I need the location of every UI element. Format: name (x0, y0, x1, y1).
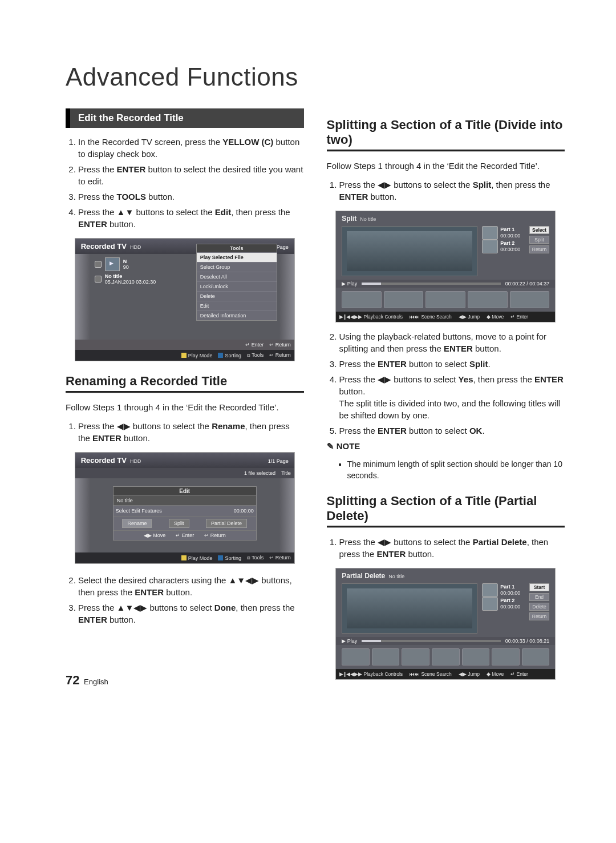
ui-title: Partial Delete (342, 572, 385, 580)
rename-steps-cont: Select the desired characters using the … (66, 574, 304, 626)
partial-steps: Press the ◀▶ buttons to select the Parti… (327, 536, 565, 560)
step: Press the ENTER button to select OK. (339, 425, 565, 437)
ui-title: Split (342, 215, 356, 223)
footer-hint: ◀▶ Jump (459, 671, 480, 677)
edit-button-split: Split (169, 519, 189, 528)
scene-thumb (492, 648, 520, 665)
edit-modal-time: 00:00:00 (234, 508, 254, 514)
part-label: Part 2 (500, 598, 514, 603)
step: In the Recorded TV screen, press the YEL… (78, 136, 304, 160)
part-thumb-icon (482, 226, 498, 240)
section-heading-split: Splitting a Section of a Title (Divide i… (327, 118, 565, 147)
tools-menu-item: Select Group (197, 262, 277, 272)
part-label: Part 1 (500, 584, 514, 590)
scene-thumb (462, 648, 490, 665)
list-item-sub: 90 (123, 264, 129, 270)
tabbar-label: Title (281, 470, 291, 476)
footer-hint: ⧈ Tools (247, 555, 264, 561)
step: Press the ENTER button to select the des… (78, 163, 304, 187)
page-number: 72 (66, 673, 79, 687)
page-title: Advanced Functions (66, 63, 565, 91)
step: Press the ▲▼◀▶ buttons to select Done, t… (78, 602, 304, 626)
edit-modal-subtitle: Select Edit Features (116, 508, 162, 514)
tools-menu-item: Deselect All (197, 272, 277, 281)
ui-side-shadow (75, 478, 90, 552)
menu-footer-hint: ↩ Return (269, 342, 291, 348)
footer-hint: ⏮⏭ Scene Search (410, 671, 452, 677)
edit-modal-hint: ◀▶ Move (144, 533, 166, 538)
step: Press the ◀▶ buttons to select the Split… (339, 179, 565, 203)
step: Press the ▲▼ buttons to select the Edit,… (78, 206, 304, 230)
tools-menu-item: Play Selected File (197, 252, 277, 262)
section-heading-partial: Splitting a Section of a Title (Partial … (327, 494, 565, 523)
footer-hint: ▶‖◀◀▶▶ Playback Controls (339, 314, 403, 320)
tools-menu-item: Detailed Information (197, 310, 277, 320)
list-item-sub: 05.JAN.2010 03:02:30 (105, 279, 156, 285)
footer-hint: ▶‖◀◀▶▶ Playback Controls (339, 671, 403, 677)
checkbox-icon (95, 261, 102, 268)
split-steps-cont: Using the playback-related buttons, move… (327, 330, 565, 437)
edit-modal-hint: ↵ Enter (176, 533, 194, 538)
step: Press the TOOLS button. (78, 191, 304, 203)
timeline (362, 283, 501, 285)
part-time: 00:00:00 (500, 590, 520, 596)
tools-menu-item: Delete (197, 291, 277, 301)
scene-thumb (342, 648, 370, 665)
footer-hint: ↩ Return (269, 352, 291, 358)
screenshot-split: SplitNo title Part 100:00:00 Part 200:00… (335, 211, 556, 322)
step: Press the ENTER button to select Split. (339, 358, 565, 370)
left-column: Edit the Recorded Title In the Recorded … (66, 105, 304, 688)
part-time: 00:00:00 (500, 247, 520, 252)
screenshot-tools-menu: Recorded TV HDD 1/1 Page N90 (75, 238, 295, 361)
ui-side-shadow (279, 254, 294, 340)
ui-subtitle: No title (360, 216, 376, 222)
part-thumb-icon (482, 597, 498, 611)
page-footer: 72 English (66, 673, 108, 688)
pd-return-button: Return (529, 612, 550, 620)
part-thumb-icon (482, 240, 498, 253)
split-intro: Follow Steps 1 through 4 in the ‘Edit th… (327, 160, 565, 172)
scene-thumb (522, 648, 550, 665)
scene-thumb (468, 291, 508, 308)
ui-subtitle: HDD (130, 458, 141, 464)
pd-start-button: Start (529, 583, 550, 591)
scene-thumb (372, 648, 400, 665)
part-time: 00:00:00 (500, 233, 520, 239)
footer-hint: ↵ Enter (510, 314, 528, 320)
list-item-title: N (123, 259, 127, 264)
footer-hint: ↵ Enter (510, 671, 528, 677)
step: Press the ◀▶ buttons to select Yes, then… (339, 373, 565, 421)
tools-menu-item: Edit (197, 301, 277, 310)
divider (327, 150, 565, 152)
note-list: The minimum length of split section shou… (327, 459, 565, 481)
scene-thumb (402, 648, 429, 665)
pd-end-button: End (529, 593, 550, 601)
video-thumb-icon (105, 257, 120, 271)
edit-modal-hint: ↩ Return (204, 533, 226, 538)
video-preview (342, 226, 477, 276)
step: Select the desired characters using the … (78, 574, 304, 598)
scene-thumb (510, 291, 550, 308)
tools-menu-item: Lock/Unlock (197, 281, 277, 291)
ui-title: Recorded TV (81, 242, 127, 251)
footer-color-button: Sorting (218, 352, 241, 358)
ui-title: Recorded TV (81, 456, 127, 465)
section-heading-rename: Renaming a Recorded Title (66, 374, 304, 389)
tools-dropdown: Tools Play Selected File Select Group De… (196, 244, 277, 321)
step: Press the ◀▶ buttons to select the Renam… (78, 420, 304, 444)
ui-subtitle: HDD (130, 244, 141, 250)
menu-footer-hint: ↵ Enter (245, 342, 264, 348)
rename-steps: Press the ◀▶ buttons to select the Renam… (66, 420, 304, 444)
play-button: ▶ Play (342, 281, 357, 287)
footer-hint: ⧈ Tools (247, 352, 264, 358)
footer-hint: ◆ Move (487, 314, 504, 320)
time-readout: 00:00:22 / 00:04:37 (505, 281, 550, 287)
split-return-button: Return (529, 245, 550, 253)
edit-button-rename: Rename (122, 519, 152, 528)
part-label: Part 1 (500, 227, 514, 232)
screenshot-edit-panel: Recorded TV HDD 1/1 Page 1 file selected… (75, 452, 295, 564)
checkbox-icon (95, 276, 102, 283)
edit-modal-title: Edit (114, 487, 256, 495)
note-icon: ✎ (327, 441, 337, 451)
time-readout: 00:00:33 / 00:08:21 (505, 638, 550, 644)
